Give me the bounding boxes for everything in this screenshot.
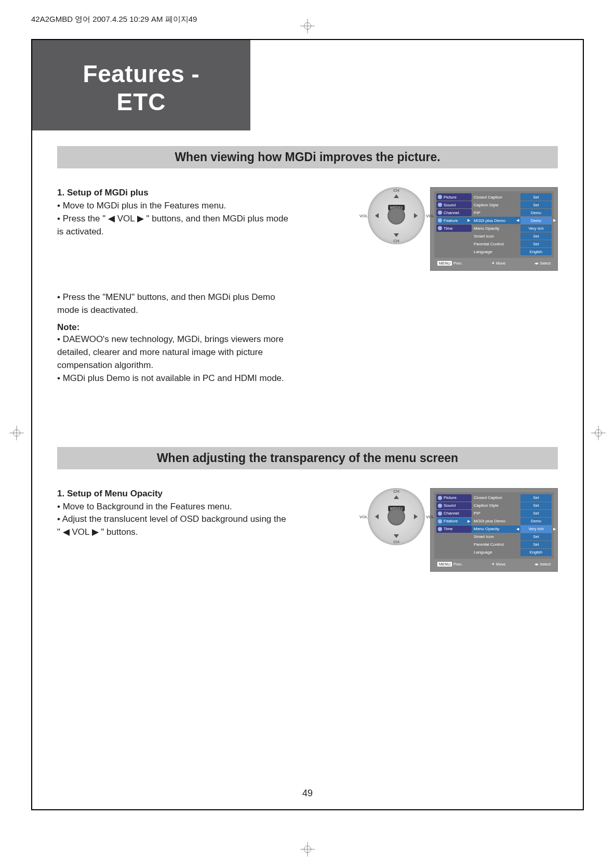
osd-item-value: Very rich	[520, 225, 552, 232]
osd-tab: Sound	[436, 502, 472, 509]
osd-item-label: Menu Opacity	[472, 525, 520, 533]
osd-item-value: Set	[520, 541, 552, 548]
osd-item-label: PIP	[472, 209, 520, 216]
osd-item-label: Caption Style	[472, 201, 520, 208]
osd-item-label: MGDi plus Demo	[472, 518, 520, 525]
osd-item-value: English	[520, 248, 552, 255]
dpad-remote-icon: MENU CH CH VOL VOL	[368, 187, 425, 244]
osd-item-value: Set	[520, 240, 552, 247]
osd-item-value: Demo	[520, 209, 552, 216]
section-heading-mgdi: When viewing how MGDi improves the pictu…	[57, 146, 558, 168]
osd-select: Select	[540, 562, 551, 567]
dpad-vol-right: VOL	[426, 214, 434, 218]
dpad-vol-left: VOL	[359, 514, 368, 519]
osd-item-value: Demo◀▶	[520, 217, 552, 224]
osd-item-value: Set	[520, 193, 552, 201]
osd-row: Parental ControlSet	[436, 240, 552, 247]
opacity-bullet-2a: • Adjust the translucent level of OSD ba…	[57, 514, 357, 525]
osd-row: ChannelPIPDemo	[436, 209, 552, 216]
mgdi-bullet-2a: • Press the " ◀ VOL ▶ " buttons, and the…	[57, 213, 357, 225]
osd-item-value: Set	[520, 201, 552, 208]
osd-row: SoundCaption StyleSet	[436, 502, 552, 509]
osd-item-value: Very rich◀▶	[520, 525, 552, 533]
osd-item-label: Language	[472, 248, 520, 255]
osd-item-value: Set	[520, 502, 552, 509]
osd-item-value: Set	[520, 533, 552, 541]
osd-item-label: PIP	[472, 510, 520, 517]
dpad-ch-down: CH	[393, 239, 399, 243]
osd-item-label: Closed Caption	[472, 193, 520, 201]
mgdi-instructions: 1. Setup of MGDi plus • Move to MGDi plu…	[57, 187, 357, 239]
osd-move: Move	[496, 261, 505, 266]
osd-tab: Picture	[436, 494, 472, 502]
osd-screenshot-mgdi: PictureClosed CaptionSetSoundCaption Sty…	[430, 187, 558, 271]
osd-tab: Sound	[436, 201, 472, 208]
osd-move: Move	[496, 562, 505, 567]
osd-row: PictureClosed CaptionSet	[436, 494, 552, 502]
osd-row: Smart IconSet	[436, 232, 552, 240]
mgdi-bullet-2b: is activated.	[57, 226, 357, 238]
page-number: 49	[302, 788, 313, 799]
osd-prev-tag: MENU	[437, 562, 452, 567]
section-heading-opacity: When adjusting the transparency of the m…	[57, 447, 558, 469]
mgdi-subhead: 1. Setup of MGDi plus	[57, 187, 357, 199]
registration-mark-top	[300, 19, 315, 36]
dpad-ch-up: CH	[393, 489, 399, 494]
note-1c: compensation algorithm.	[57, 360, 558, 372]
osd-row: LanguageEnglish	[436, 248, 552, 255]
osd-row: TimeMenu OpacityVery rich	[436, 225, 552, 232]
note-1b: detailed, clearer and more natural image…	[57, 347, 558, 359]
opacity-subhead: 1. Setup of Menu Opacity	[57, 488, 357, 500]
dpad-vol-left: VOL	[359, 214, 368, 218]
dpad-ch-down: CH	[393, 540, 399, 544]
osd-row: FeatureMGDi plus DemoDemo◀▶	[436, 217, 552, 224]
osd-row: SoundCaption StyleSet	[436, 201, 552, 208]
osd-select: Select	[540, 261, 551, 266]
dpad-vol-right: VOL	[426, 514, 434, 519]
osd-prev-tag: MENU	[437, 261, 452, 266]
mgdi-bullet-1: • Move to MGDi plus in the Features menu…	[57, 200, 357, 212]
page-frame: Features - ETC When viewing how MGDi imp…	[31, 39, 584, 810]
osd-item-value: Set	[520, 494, 552, 502]
registration-mark-left	[9, 426, 24, 442]
dpad-remote-icon: MENU CH CH VOL VOL	[368, 488, 425, 545]
osd-row: FeatureMGDi plus DemoDemo	[436, 518, 552, 525]
registration-mark-right	[591, 426, 606, 442]
osd-tab: Time	[436, 225, 472, 232]
osd-row: Parental ControlSet	[436, 541, 552, 548]
note-2: • MGDi plus Demo is not available in PC …	[57, 373, 558, 385]
note-1a: • DAEWOO's new technology, MGDi, brings …	[57, 334, 558, 346]
opacity-bullet-1: • Move to Background in the Features men…	[57, 501, 357, 513]
opacity-instructions: 1. Setup of Menu Opacity • Move to Backg…	[57, 488, 357, 540]
osd-item-label: Smart Icon	[472, 533, 520, 541]
osd-tab: Channel	[436, 209, 472, 216]
osd-tab: Feature	[436, 518, 472, 525]
osd-item-label: Caption Style	[472, 502, 520, 509]
note-heading: Note:	[57, 322, 558, 334]
osd-item-value: Demo	[520, 518, 552, 525]
osd-item-value: Set	[520, 232, 552, 240]
osd-screenshot-opacity: PictureClosed CaptionSetSoundCaption Sty…	[430, 488, 558, 572]
title-line2: ETC	[43, 88, 240, 116]
osd-item-label: Parental Control	[472, 240, 520, 247]
osd-item-label: Parental Control	[472, 541, 520, 548]
osd-prev: Prev.	[453, 261, 462, 266]
osd-tab: Channel	[436, 510, 472, 517]
osd-item-label: MGDi plus Demo	[472, 217, 520, 224]
mgdi-notes: • Press the "MENU" buttons, and then MGD…	[57, 292, 558, 385]
osd-row: ChannelPIPSet	[436, 510, 552, 517]
osd-tab: Picture	[436, 193, 472, 201]
osd-row: Smart IconSet	[436, 533, 552, 541]
osd-item-label: Smart Icon	[472, 232, 520, 240]
osd-row: LanguageEnglish	[436, 549, 552, 556]
osd-item-value: English	[520, 549, 552, 556]
opacity-bullet-2b: " ◀ VOL ▶ " buttons.	[57, 527, 357, 538]
osd-tab: Time	[436, 525, 472, 533]
osd-tab: Feature	[436, 217, 472, 224]
osd-item-label: Closed Caption	[472, 494, 520, 502]
mgdi-bullet-3a: • Press the "MENU" buttons, and then MGD…	[57, 292, 558, 304]
title-line1: Features -	[43, 60, 240, 88]
registration-mark-bottom	[300, 842, 315, 859]
osd-item-value: Set	[520, 510, 552, 517]
osd-prev: Prev.	[453, 562, 462, 567]
